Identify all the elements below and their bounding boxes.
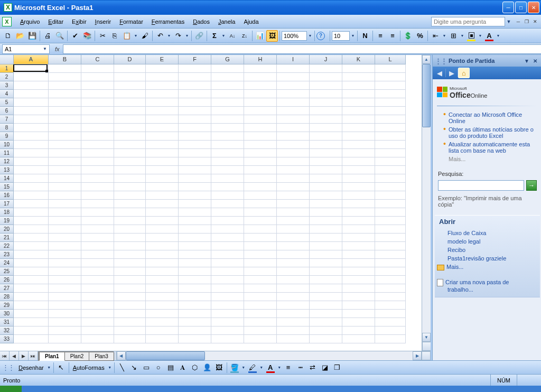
cell[interactable] [342, 107, 375, 115]
cell[interactable] [49, 301, 81, 310]
cell[interactable] [244, 200, 277, 208]
cell[interactable] [244, 115, 277, 124]
taskpane-back-icon[interactable]: ◀ [434, 68, 445, 78]
cell[interactable] [81, 301, 114, 310]
cell[interactable] [277, 90, 310, 98]
picture-icon[interactable]: 🖼 [213, 362, 225, 374]
cell[interactable] [211, 64, 244, 73]
row-header-24[interactable]: 24 [0, 259, 14, 267]
cell[interactable] [277, 217, 310, 225]
cell[interactable] [14, 301, 49, 310]
cell[interactable] [14, 73, 49, 81]
cell[interactable] [146, 132, 179, 141]
shadow-icon[interactable]: ◪ [319, 362, 331, 374]
open-icon[interactable]: 📂 [14, 30, 26, 42]
cell[interactable] [146, 81, 179, 90]
cell[interactable] [277, 115, 310, 124]
cell[interactable] [310, 183, 342, 191]
cell[interactable] [146, 284, 179, 293]
row-header-23[interactable]: 23 [0, 250, 14, 259]
cell[interactable] [244, 90, 277, 98]
cell[interactable] [244, 98, 277, 107]
cell[interactable] [146, 208, 179, 217]
cell[interactable] [244, 225, 277, 234]
cell[interactable] [277, 81, 310, 90]
cell[interactable] [146, 301, 179, 310]
cell[interactable] [81, 107, 114, 115]
cell[interactable] [114, 157, 146, 166]
cell[interactable] [114, 225, 146, 234]
hscroll-thumb[interactable] [126, 351, 205, 360]
cell[interactable] [14, 124, 49, 132]
cell[interactable] [211, 267, 244, 276]
zoom-dropdown-icon[interactable]: ▼ [307, 30, 313, 42]
drawing-toggle-icon[interactable]: 🖼 [266, 30, 278, 42]
cell[interactable] [114, 259, 146, 267]
cell[interactable] [81, 73, 114, 81]
cell[interactable] [375, 64, 406, 73]
cell[interactable] [81, 335, 114, 343]
col-header-F[interactable]: F [179, 55, 211, 64]
cell[interactable] [277, 183, 310, 191]
cell[interactable] [244, 326, 277, 335]
cell[interactable] [179, 115, 211, 124]
cell[interactable] [114, 183, 146, 191]
cell[interactable] [211, 259, 244, 267]
cell[interactable] [375, 310, 406, 318]
cell[interactable] [277, 293, 310, 301]
cell[interactable] [49, 318, 81, 326]
clipart-icon[interactable]: 👤 [201, 362, 213, 374]
cell[interactable] [179, 107, 211, 115]
cell[interactable] [342, 310, 375, 318]
cell[interactable] [310, 335, 342, 343]
wordart-icon[interactable]: 𝐀 [177, 362, 189, 374]
tab-nav-3[interactable]: ⏭ [29, 351, 38, 360]
cell[interactable] [49, 276, 81, 284]
cell[interactable] [81, 132, 114, 141]
cell[interactable] [244, 310, 277, 318]
cell-grid[interactable] [14, 64, 422, 351]
cell[interactable] [14, 98, 49, 107]
cut-icon[interactable]: ✂ [97, 30, 108, 42]
cell[interactable] [244, 284, 277, 293]
menu-janela[interactable]: Janela [214, 17, 239, 26]
horizontal-scrollbar[interactable]: ◀ ▶ [117, 351, 422, 360]
cell[interactable] [375, 90, 406, 98]
taskpane-link[interactable]: Conectar ao Microsoft Office Online [443, 111, 538, 124]
cell[interactable] [375, 318, 406, 326]
cell[interactable] [310, 259, 342, 267]
cell[interactable] [14, 174, 49, 183]
cell[interactable] [114, 64, 146, 73]
scroll-right-icon[interactable]: ▶ [413, 351, 422, 360]
row-header-16[interactable]: 16 [0, 191, 14, 200]
menu-editar[interactable]: Editar [44, 17, 68, 26]
cell[interactable] [310, 174, 342, 183]
cell[interactable] [146, 326, 179, 335]
cell[interactable] [244, 132, 277, 141]
cell[interactable] [375, 234, 406, 242]
cell[interactable] [81, 81, 114, 90]
draw-grip-icon[interactable]: ⋮⋮ [2, 363, 14, 371]
cell[interactable] [342, 242, 375, 250]
cell[interactable] [375, 225, 406, 234]
cell[interactable] [277, 267, 310, 276]
cell[interactable] [375, 73, 406, 81]
autosum-dropdown-icon[interactable]: ▼ [221, 30, 226, 42]
cell[interactable] [277, 149, 310, 157]
cell[interactable] [114, 242, 146, 250]
cell[interactable] [211, 166, 244, 174]
help-dropdown-icon[interactable]: ▼ [505, 19, 512, 24]
cell[interactable] [49, 107, 81, 115]
cell[interactable] [81, 217, 114, 225]
tab-nav-0[interactable]: ⏮ [0, 351, 10, 360]
cell[interactable] [14, 267, 49, 276]
cell[interactable] [375, 326, 406, 335]
cell[interactable] [310, 200, 342, 208]
cell[interactable] [114, 98, 146, 107]
cell[interactable] [211, 276, 244, 284]
cell[interactable] [146, 183, 179, 191]
paste-icon[interactable]: 📋 [121, 30, 133, 42]
cell[interactable] [244, 217, 277, 225]
oval-icon[interactable]: ○ [153, 362, 164, 374]
cell[interactable] [342, 132, 375, 141]
